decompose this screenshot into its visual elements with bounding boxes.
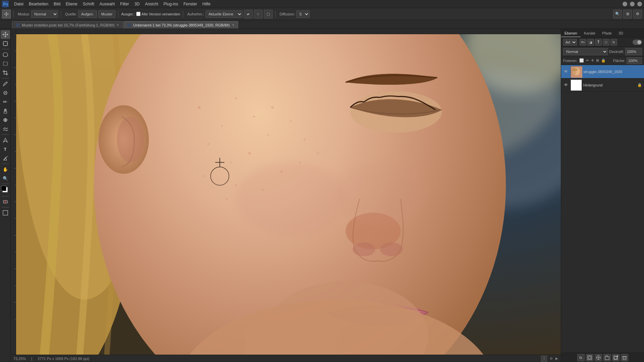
- menu-filter[interactable]: Filter: [117, 1, 132, 7]
- mode-select[interactable]: Normal: [31, 10, 58, 18]
- layer-0-visibility[interactable]: 👁: [562, 68, 569, 75]
- layer-filter-effect-btn[interactable]: fx: [610, 39, 617, 46]
- svg-point-107: [336, 162, 428, 226]
- version-checkbox[interactable]: [136, 12, 141, 16]
- lock-image-icon[interactable]: ✏: [586, 58, 589, 63]
- panel-tab-3d[interactable]: 3D: [615, 30, 627, 37]
- tabbar: Muster erstellen.psdc bei 15,7% (Farbfül…: [0, 20, 644, 29]
- layer-row-0[interactable]: 👁 struggle-3805349_1920: [561, 65, 644, 78]
- status-nav-btn[interactable]: ▶: [555, 357, 558, 360]
- opacity-input[interactable]: [625, 48, 642, 55]
- layer-0-name: struggle-3805349_1920: [583, 70, 643, 74]
- lock-transparency-icon[interactable]: ⬜: [579, 58, 584, 63]
- window-minimize-btn[interactable]: [623, 2, 627, 6]
- heal-tool[interactable]: [1, 116, 10, 124]
- layers-filter-select[interactable]: Art: [563, 39, 577, 46]
- panel-tab-ebenen[interactable]: Ebenen: [561, 30, 581, 37]
- brush-size-btn[interactable]: ◯: [264, 10, 273, 18]
- layer-filter-adj-btn[interactable]: ◪: [587, 39, 594, 46]
- plane-btn[interactable]: □: [254, 10, 263, 18]
- panel-tab-kanaele[interactable]: Kanäle: [581, 30, 599, 37]
- brush-tool[interactable]: ✏: [1, 98, 10, 106]
- reference-label: Aufnehm.:: [187, 12, 204, 16]
- layer-fx-btn[interactable]: fx: [577, 354, 585, 361]
- layer-group-btn[interactable]: [603, 354, 611, 361]
- menu-ansicht[interactable]: Ansicht: [142, 1, 161, 7]
- tab-0[interactable]: Muster erstellen.psdc bei 15,7% (Farbfül…: [12, 21, 123, 28]
- menu-auswahl[interactable]: Auswahl: [97, 1, 117, 7]
- svg-point-88: [290, 120, 291, 122]
- zoom-tool[interactable]: 🔍: [1, 174, 10, 183]
- menu-plugins[interactable]: Plug-ins: [161, 1, 181, 7]
- tab-0-label: Muster erstellen.psdc bei 15,7% (Farbfül…: [22, 23, 114, 27]
- statusbar: 73,25% | 2771 Px x 1869 Px (182,88 ppi) …: [11, 355, 561, 362]
- foreground-color[interactable]: [1, 186, 6, 191]
- search-btn[interactable]: 🔍: [613, 10, 622, 18]
- layer-1-visibility[interactable]: 👁: [562, 82, 569, 88]
- pen-tool[interactable]: [1, 136, 10, 144]
- eyedropper-tool[interactable]: [1, 79, 10, 88]
- patch-tool[interactable]: [1, 88, 10, 97]
- tab-0-close[interactable]: ✕: [116, 23, 119, 27]
- smudge-tool[interactable]: [1, 125, 10, 133]
- lock-position-icon[interactable]: ✛: [591, 58, 594, 63]
- lock-artboard-icon[interactable]: ⊞: [596, 58, 599, 63]
- layer-filter-type-btn[interactable]: T: [595, 39, 602, 46]
- svg-point-95: [234, 184, 237, 187]
- layer-mask-btn[interactable]: [586, 354, 593, 361]
- artboard-tool[interactable]: [1, 39, 10, 48]
- menu-schrift[interactable]: Schrift: [80, 1, 97, 7]
- blend-mode-select[interactable]: Normal: [563, 48, 608, 55]
- arrange-btn[interactable]: ⊞: [623, 10, 632, 18]
- svg-rect-11: [3, 62, 7, 65]
- menu-bild[interactable]: Bild: [51, 1, 63, 7]
- right-panel: Ebenen Kanäle Pfade 3D Art Px ◪ T ⬠ fx: [561, 29, 644, 362]
- menu-ebene[interactable]: Ebene: [63, 1, 80, 7]
- menu-bearbeiten[interactable]: Bearbeiten: [26, 1, 51, 7]
- image-container[interactable]: [16, 34, 561, 355]
- layer-adjustment-btn[interactable]: [595, 354, 602, 361]
- menu-hilfe[interactable]: Hilfe: [200, 1, 213, 7]
- marquee-tool[interactable]: [1, 59, 10, 68]
- layers-list: 👁 struggle-3805349_1920 👁: [561, 65, 644, 353]
- panel-tab-pfade[interactable]: Pfade: [599, 30, 615, 37]
- status-info-btn[interactable]: i: [541, 356, 547, 362]
- status-settings-btn[interactable]: ⚙: [550, 357, 553, 360]
- menu-datei[interactable]: Datei: [11, 1, 26, 7]
- screen-mode-tool[interactable]: [1, 208, 10, 217]
- source-muster-btn[interactable]: Muster: [98, 10, 116, 18]
- source-aufgen-btn[interactable]: Aufgen.: [78, 10, 97, 18]
- layer-filter-shape-btn[interactable]: ⬠: [603, 39, 609, 46]
- fill-input[interactable]: [627, 57, 642, 64]
- crop-tool[interactable]: [1, 68, 10, 77]
- hand-tool[interactable]: ✋: [1, 165, 10, 174]
- color-swatches[interactable]: [1, 186, 10, 194]
- move-tool-btn[interactable]: [2, 10, 11, 18]
- type-tool[interactable]: T: [1, 145, 10, 154]
- path-select-tool[interactable]: [1, 154, 10, 163]
- lasso-tool[interactable]: [1, 50, 10, 59]
- layer-delete-btn[interactable]: [621, 354, 628, 361]
- reference-select[interactable]: Aktuelle Ebene: [206, 10, 243, 18]
- version-checkbox-label[interactable]: Alte Version verwenden: [136, 12, 180, 16]
- canvas[interactable]: [16, 34, 561, 355]
- quick-mask-tool[interactable]: [1, 197, 10, 206]
- tab-1[interactable]: Unbenannt-1 bei 73,3% (struggle-3805349_…: [123, 21, 238, 28]
- select-move-tool[interactable]: [1, 30, 10, 39]
- tab-1-close[interactable]: ✕: [232, 23, 234, 27]
- svg-point-86: [253, 116, 255, 117]
- toggle-btn[interactable]: ⇄: [244, 10, 253, 18]
- layer-new-btn[interactable]: [612, 354, 620, 361]
- diffusion-select[interactable]: S: [296, 10, 310, 18]
- window-close-btn[interactable]: [637, 2, 642, 6]
- settings-btn[interactable]: ⚙: [633, 10, 642, 18]
- lock-all-icon[interactable]: 🔒: [601, 58, 606, 63]
- layer-filter-toggle[interactable]: [633, 40, 642, 45]
- menu-fenster[interactable]: Fenster: [181, 1, 200, 7]
- svg-point-84: [221, 125, 223, 127]
- layer-filter-px-btn[interactable]: Px: [580, 39, 586, 46]
- window-maximize-btn[interactable]: [630, 2, 635, 6]
- layer-row-1[interactable]: 👁 Hintergrund 🔒: [561, 78, 644, 92]
- clone-tool[interactable]: [1, 107, 10, 115]
- menu-3d[interactable]: 3D: [132, 1, 142, 7]
